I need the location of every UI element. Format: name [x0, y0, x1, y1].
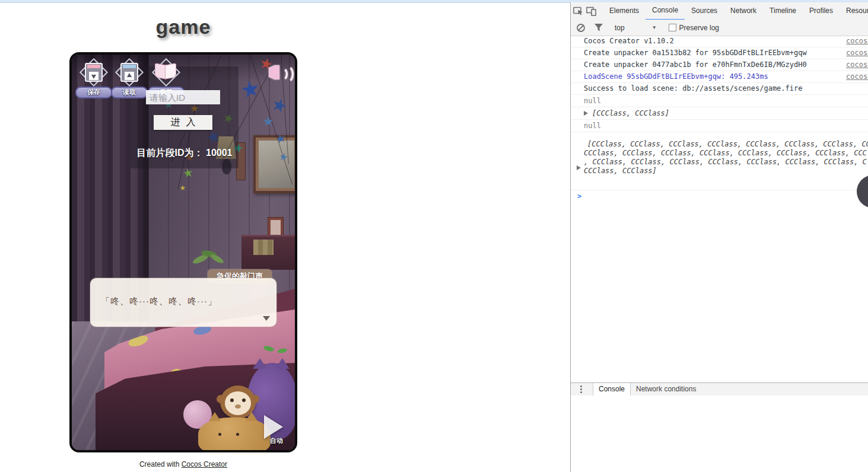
drawer-tab-network-conditions[interactable]: Network conditions: [631, 383, 701, 396]
console-row-null: null: [571, 120, 868, 132]
drawer-content: [571, 396, 868, 472]
console-toolbar: top ▼ Preserve log: [571, 20, 868, 36]
cocos-creator-link[interactable]: Cocos Creator: [182, 460, 227, 468]
inspect-element-icon[interactable]: [573, 5, 584, 18]
upload-arrow-icon: [127, 73, 132, 77]
tab-console[interactable]: Console: [646, 2, 685, 20]
plush-eye: [236, 433, 239, 436]
picture-photo: [271, 220, 281, 235]
game-canvas[interactable]: 保存 读取 章节 进入 目前片段ID为： 10001 急促的敲门声: [69, 52, 297, 452]
floppy-top: [123, 65, 136, 68]
picture-frame-large: [253, 135, 297, 193]
auto-play-button[interactable]: 自动: [264, 415, 292, 446]
dialog-box[interactable]: 「咚、咚···咚、咚、咚···」: [90, 278, 276, 327]
floppy-top: [87, 65, 100, 68]
plush-ear: [275, 358, 290, 369]
console-message: null: [584, 122, 601, 130]
source-link[interactable]: cocos2: [846, 59, 868, 71]
clear-console-icon[interactable]: [573, 21, 589, 34]
console-row: Success to load scene: db://assets/scene…: [571, 83, 868, 95]
dialog-advance-icon[interactable]: [263, 316, 270, 321]
expand-triangle-icon[interactable]: [577, 165, 581, 170]
plush-eye: [242, 398, 246, 402]
play-triangle-icon: [264, 415, 283, 439]
save-floppy-download-icon: [85, 63, 103, 82]
tab-elements[interactable]: Elements: [603, 3, 646, 20]
save-button-label[interactable]: 保存: [75, 87, 112, 98]
plush-nose: [235, 404, 241, 409]
save-button[interactable]: 保存: [75, 59, 112, 97]
console-row: Cocos Creator v1.10.2 cocos2: [571, 36, 868, 47]
console-row: Create unpacker 0a1513b82 for 95sbGDdFtB…: [571, 47, 868, 59]
tab-profiles[interactable]: Profiles: [803, 3, 840, 20]
plush-ear: [209, 412, 221, 421]
execution-context-selector[interactable]: top: [615, 24, 625, 32]
preserve-log-label: Preserve log: [679, 24, 719, 32]
console-row-array: [CCClass, CCClass]: [571, 107, 868, 120]
auto-play-label: 自动: [270, 436, 283, 445]
source-link[interactable]: cocos2: [846, 47, 868, 59]
source-link[interactable]: cocos2: [846, 36, 868, 47]
load-button[interactable]: 读取: [110, 59, 147, 97]
tab-resources[interactable]: Resources: [840, 3, 868, 20]
dialog-text: 「咚、咚···咚、咚、咚···」: [101, 296, 217, 307]
footer-text: Created with: [139, 460, 182, 468]
tan-cat-plush: [198, 417, 271, 452]
expand-triangle-icon[interactable]: [584, 111, 588, 116]
floppy-label: [89, 72, 98, 80]
console-message: Create unpacker 0477abc1b for e70hFmnTxD…: [584, 60, 807, 69]
devtools-tabbar: Elements Console Sources Network Timelin…: [571, 2, 868, 20]
book-page: [165, 63, 176, 79]
console-prompt[interactable]: >: [571, 190, 868, 203]
devtools-panel: Elements Console Sources Network Timelin…: [570, 2, 868, 472]
tab-network[interactable]: Network: [724, 3, 763, 20]
monkey-face: [225, 391, 251, 415]
plush-ear: [251, 395, 259, 403]
source-link[interactable]: cocos2: [846, 71, 868, 82]
books-on-shelf: [253, 240, 274, 255]
console-row-debug: LoadScene 95sbGDdFtBLIrEEbvm+gqw: 495.24…: [571, 71, 868, 83]
array-line: [CCClass, CCClass, CCClass, CCClass, CCC…: [584, 140, 868, 149]
sound-wave-arc: [278, 65, 294, 84]
prompt-chevron-icon: >: [577, 192, 581, 200]
plush-eye: [218, 433, 221, 436]
console-message: null: [584, 97, 601, 105]
array-line: CCClass, CCClass, CCClass, CCClass, CCCl…: [584, 149, 868, 158]
chapter-book-icon: [155, 64, 176, 78]
screen: game: [0, 0, 868, 472]
plush-ear: [246, 412, 257, 421]
page-title: game: [70, 15, 297, 39]
drawer-tab-console[interactable]: Console: [593, 383, 631, 396]
array-line: , CCClass, CCClass, CCClass, CCClass, CC…: [584, 158, 868, 167]
device-toolbar-icon[interactable]: [586, 5, 597, 18]
current-fragment-id-label: 目前片段ID为： 10001: [126, 147, 243, 160]
blanket-spot: [277, 347, 287, 353]
dropdown-arrow-icon[interactable]: ▼: [652, 25, 657, 30]
blanket-spot: [263, 345, 274, 352]
enter-button[interactable]: 进入: [154, 115, 212, 130]
vertical-dots-icon[interactable]: [580, 385, 582, 387]
tab-sources[interactable]: Sources: [685, 3, 724, 20]
footer: Created with Cocos Creator: [70, 460, 297, 468]
console-message: Success to load scene: db://assets/scene…: [584, 84, 802, 93]
load-floppy-upload-icon: [120, 63, 138, 82]
download-arrow-icon: [91, 75, 96, 79]
drawer-tabbar: Console Network conditions: [571, 382, 868, 396]
tab-timeline[interactable]: Timeline: [763, 3, 803, 20]
load-button-label[interactable]: 读取: [111, 87, 148, 98]
plush-ear: [217, 395, 225, 403]
console-row-null: null: [571, 95, 868, 107]
filter-funnel-icon[interactable]: [591, 21, 606, 34]
floppy-label: [125, 72, 134, 80]
console-message: LoadScene 95sbGDdFtBLIrEEbvm+gqw: 495.24…: [584, 72, 768, 81]
id-input[interactable]: [146, 90, 220, 104]
preserve-log-checkbox[interactable]: [669, 24, 676, 31]
speaker-audio-icon[interactable]: [269, 64, 292, 82]
console-messages[interactable]: Cocos Creator v1.10.2 cocos2 Create unpa…: [571, 36, 868, 382]
plush-eye: [230, 398, 234, 402]
picture-photo: [259, 141, 294, 188]
console-message: Create unpacker 0a1513b82 for 95sbGDdFtB…: [584, 49, 807, 57]
console-message: Cocos Creator v1.10.2: [584, 37, 674, 45]
array-line: CCClass, CCClass]: [584, 167, 868, 176]
console-row-array-multiline: [CCClass, CCClass, CCClass, CCClass, CCC…: [571, 132, 868, 190]
